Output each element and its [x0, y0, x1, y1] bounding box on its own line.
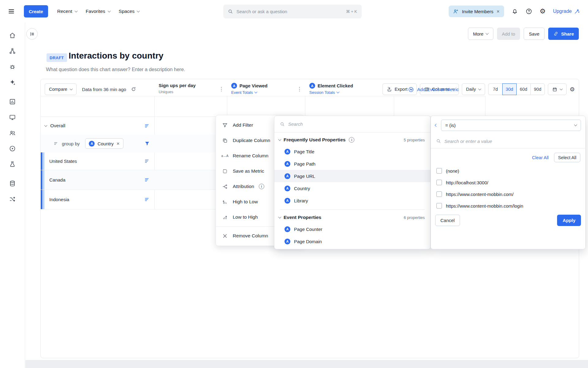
add-event-button[interactable]: Add Event or Metric	[394, 79, 485, 100]
sort-desc-icon	[221, 199, 228, 205]
range-30d-button[interactable]: 30d	[502, 83, 517, 95]
bell-icon[interactable]	[511, 8, 518, 15]
more-label: More	[473, 31, 484, 36]
home-icon[interactable]	[6, 28, 20, 42]
value-option-none[interactable]: (none)	[431, 165, 585, 177]
section-event-properties[interactable]: Event Properties 6 properties	[274, 210, 430, 223]
range-7d-button[interactable]: 7d	[488, 83, 503, 95]
save-button[interactable]: Save	[524, 28, 545, 40]
column-header-add-event[interactable]: Add Event or Metric	[394, 79, 485, 100]
column-subtitle[interactable]: Uniques	[159, 90, 173, 94]
charts-icon[interactable]	[6, 94, 20, 109]
value-search[interactable]	[431, 134, 585, 148]
row-options-icon[interactable]	[144, 197, 150, 202]
invite-members-button[interactable]: Invite Members ✕	[449, 6, 504, 17]
close-icon[interactable]: ✕	[496, 9, 500, 14]
column-subtitle[interactable]: Event Totals	[231, 90, 257, 95]
chevron-down-icon	[74, 9, 77, 12]
clear-all-link[interactable]: Clear All	[532, 155, 548, 160]
properties-search[interactable]	[274, 116, 430, 132]
workspace-icon[interactable]	[6, 44, 20, 58]
property-item-page-counter[interactable]: Page Counter	[274, 223, 430, 235]
dashboards-icon[interactable]	[6, 110, 20, 124]
nav-menu-favorites[interactable]: Favorites	[81, 6, 115, 17]
chevron-down-icon	[137, 9, 140, 12]
debugger-icon[interactable]	[6, 59, 20, 74]
add-event-label: Add Event or Metric	[417, 87, 459, 92]
checkbox[interactable]	[436, 191, 442, 197]
invite-members-label: Invite Members	[462, 9, 493, 14]
rename-icon	[221, 154, 228, 158]
calendar-button[interactable]	[548, 83, 567, 95]
nav-menu-recent[interactable]: Recent	[53, 6, 81, 17]
more-button[interactable]: More	[468, 28, 493, 40]
apply-button[interactable]: Apply	[557, 215, 581, 226]
operator-select[interactable]: = (is)	[441, 120, 581, 131]
checkbox[interactable]	[436, 203, 442, 209]
section-divider	[280, 209, 425, 210]
range-60d-button[interactable]: 60d	[516, 83, 531, 95]
property-item-page-url[interactable]: Page URL	[274, 170, 430, 182]
global-search[interactable]: ⌘ + K	[223, 5, 362, 18]
range-90d-button[interactable]: 90d	[530, 83, 545, 95]
checkbox[interactable]	[436, 180, 442, 185]
nav-menu-label: Favorites	[86, 9, 105, 14]
row-options-icon[interactable]	[144, 177, 150, 183]
page-description[interactable]: What question does this chart answer? En…	[46, 67, 185, 72]
menu-icon[interactable]	[8, 8, 15, 15]
gear-icon[interactable]: ⚙	[540, 8, 546, 15]
column-header-element-clicked[interactable]: Element Clicked Session Totals	[305, 79, 394, 100]
ai-sparkle-icon[interactable]	[6, 75, 20, 89]
column-kebab-icon[interactable]	[386, 86, 391, 92]
value-option-content-mobbin-login[interactable]: https://www.content-mobbin.com/login	[431, 200, 585, 212]
amplitude-property-icon	[285, 186, 290, 191]
value-option-content-mobbin[interactable]: https://www.content-mobbin.com/	[431, 188, 585, 200]
row-options-icon[interactable]	[144, 123, 150, 129]
remove-group-icon[interactable]: ✕	[116, 141, 120, 146]
column-kebab-icon[interactable]	[297, 86, 302, 92]
filter-operator-row: = (is)	[431, 116, 585, 134]
property-item-page-domain[interactable]: Page Domain	[274, 235, 430, 247]
property-item-page-title[interactable]: Page Title	[274, 145, 430, 158]
search-input[interactable]	[236, 9, 343, 14]
properties-search-input[interactable]	[288, 121, 425, 127]
property-item-page-path[interactable]: Page Path	[274, 158, 430, 170]
add-to-button[interactable]: Add to	[497, 28, 520, 40]
data-icon[interactable]	[6, 176, 20, 190]
refresh-icon[interactable]	[131, 86, 136, 92]
share-button[interactable]: Share	[548, 28, 579, 40]
row-accent	[42, 152, 44, 170]
session-replay-icon[interactable]	[6, 141, 20, 155]
journeys-icon[interactable]	[6, 192, 20, 206]
upgrade-link[interactable]: Upgrade	[553, 8, 580, 14]
cancel-button[interactable]: Cancel	[435, 215, 460, 226]
row-options-icon[interactable]	[144, 158, 150, 164]
filter-funnel-icon[interactable]	[144, 141, 150, 147]
select-all-button[interactable]: Select All	[554, 153, 580, 162]
nav-menu-label: Recent	[57, 9, 72, 14]
property-item-country[interactable]: Country	[274, 182, 430, 194]
create-button[interactable]: Create	[24, 5, 48, 17]
section-frequently-used[interactable]: Frequently Used Properties 5 properties	[274, 132, 430, 145]
experiments-icon[interactable]	[6, 157, 20, 171]
back-chevron-icon[interactable]	[435, 124, 438, 127]
invite-person-icon	[453, 9, 459, 14]
column-header-signups[interactable]: Sign ups per day Uniques	[154, 79, 227, 100]
column-header-page-viewed[interactable]: Page Viewed Event Totals	[227, 79, 305, 100]
help-icon[interactable]	[526, 8, 532, 15]
column-title: Page Viewed	[239, 83, 267, 88]
compare-button[interactable]: Compare	[45, 83, 77, 95]
column-subtitle[interactable]: Session Totals	[309, 90, 339, 95]
menu-item-label: Rename Column	[233, 153, 268, 159]
value-search-input[interactable]	[444, 139, 580, 144]
nav-menu-spaces[interactable]: Spaces	[115, 6, 144, 17]
value-option-localhost[interactable]: http://localhost:3000/	[431, 177, 585, 188]
column-kebab-icon[interactable]	[219, 86, 224, 92]
property-item-library[interactable]: Library	[274, 194, 430, 207]
chart-settings-gear-icon[interactable]: ⚙	[570, 86, 575, 92]
collapse-panel-button[interactable]	[26, 28, 38, 40]
audiences-icon[interactable]	[6, 126, 20, 140]
group-by-country-pill[interactable]: Country ✕	[85, 138, 123, 149]
checkbox[interactable]	[436, 168, 442, 174]
collapse-row-icon[interactable]	[44, 124, 47, 127]
